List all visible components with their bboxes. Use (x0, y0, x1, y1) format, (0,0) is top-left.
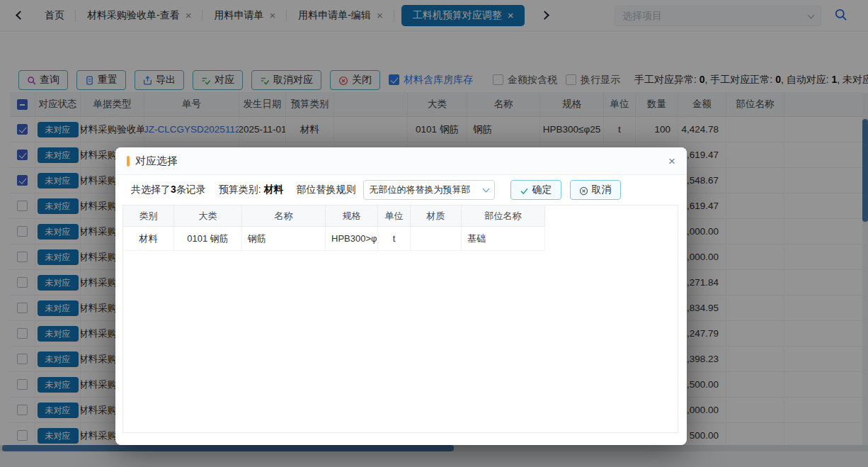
cell-spec: HPB300>φ (326, 227, 378, 251)
cell-name: 钢筋 (242, 227, 326, 251)
dialog-table-panel: 类别 大类 名称 规格 单位 材质 部位名称 材料 0101 钢筋 钢筋 HPB… (122, 205, 678, 433)
chevron-down-icon (482, 186, 489, 193)
dialog-title: 对应选择 (135, 154, 178, 168)
cancel-circle-icon (579, 184, 588, 196)
rule-select[interactable]: 无部位的将替换为预算部 (363, 180, 495, 200)
col-header-type: 类别 (123, 206, 174, 227)
col-header-name: 名称 (242, 206, 326, 227)
cell-unit: t (378, 227, 411, 251)
dialog-toolbar: 共选择了3条记录 预算类别: 材料 部位替换规则 无部位的将替换为预算部 确定 … (115, 175, 687, 205)
cell-material (411, 227, 462, 251)
cell-category: 0101 钢筋 (174, 227, 242, 251)
dialog-table-row[interactable]: 材料 0101 钢筋 钢筋 HPB300>φ t 基础 (123, 227, 545, 251)
match-select-dialog: 对应选择 × 共选择了3条记录 预算类别: 材料 部位替换规则 无部位的将替换为… (115, 147, 687, 445)
col-header-category: 大类 (174, 206, 242, 227)
budget-type-text: 预算类别: 材料 (219, 184, 284, 196)
cell-part: 基础 (462, 227, 545, 251)
cell-type: 材料 (123, 227, 174, 251)
confirm-button[interactable]: 确定 (510, 180, 561, 200)
col-header-spec: 规格 (326, 206, 378, 227)
dialog-header: 对应选择 × (115, 147, 687, 175)
dialog-table-header: 类别 大类 名称 规格 单位 材质 部位名称 (123, 206, 545, 227)
rule-label: 部位替换规则 (297, 184, 356, 196)
cancel-button[interactable]: 取消 (570, 180, 621, 200)
col-header-material: 材质 (411, 206, 462, 227)
title-marker (127, 156, 130, 167)
rule-value: 无部位的将替换为预算部 (370, 184, 481, 196)
app-screen: 首页 材料采购验收单-查看 用料申请单 用料申请单-编辑 工料机预算对应调整 选… (0, 0, 868, 467)
dialog-close-icon[interactable]: × (668, 155, 675, 167)
col-header-unit: 单位 (378, 206, 411, 227)
col-header-part: 部位名称 (462, 206, 545, 227)
check-icon (520, 184, 529, 196)
selected-count-text: 共选择了3条记录 (131, 184, 206, 196)
